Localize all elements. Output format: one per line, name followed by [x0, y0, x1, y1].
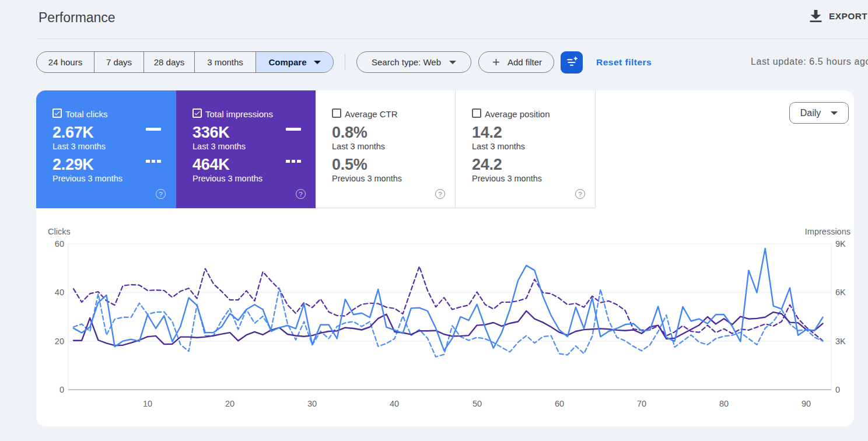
svg-text:20: 20	[55, 337, 64, 346]
svg-text:50: 50	[473, 399, 482, 408]
svg-text:30: 30	[307, 399, 317, 408]
svg-text:Clicks: Clicks	[48, 227, 71, 236]
svg-text:9K: 9K	[835, 239, 846, 249]
svg-text:20: 20	[225, 399, 235, 408]
svg-text:6K: 6K	[835, 288, 846, 297]
svg-text:0: 0	[835, 385, 840, 394]
svg-text:70: 70	[637, 399, 646, 408]
svg-text:60: 60	[55, 239, 64, 249]
svg-text:10: 10	[143, 399, 152, 408]
svg-text:60: 60	[555, 399, 564, 408]
svg-text:40: 40	[55, 288, 64, 297]
svg-text:90: 90	[802, 399, 811, 408]
svg-text:80: 80	[719, 399, 729, 408]
svg-text:0: 0	[60, 385, 64, 394]
svg-text:40: 40	[390, 399, 399, 408]
svg-text:3K: 3K	[835, 337, 846, 346]
svg-text:Impressions: Impressions	[805, 227, 850, 236]
